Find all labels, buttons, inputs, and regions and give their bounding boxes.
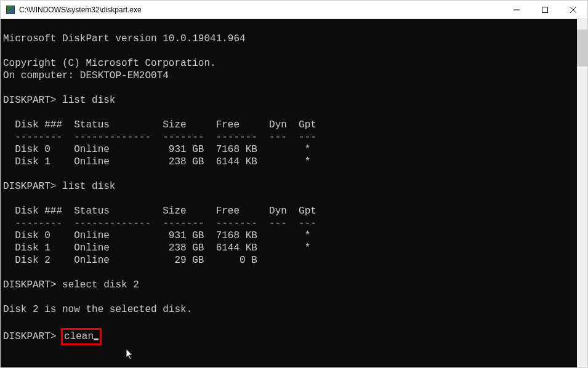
table-divider: -------- ------------- ------- ------- -… [3,217,574,230]
version-line: Microsoft DiskPart version 10.0.19041.96… [3,33,574,45]
table-divider: -------- ------------- ------- ------- -… [3,131,574,143]
highlighted-command: clean [61,328,102,345]
prompt-line: DISKPART> list disk [3,94,574,106]
computer-line: On computer: DESKTOP-EM2O0T4 [3,70,574,82]
app-window: C:\WINDOWS\system32\diskpart.exe Microso… [0,0,588,368]
table-row: Disk 2 Online 29 GB 0 B [3,254,574,266]
table-row: Disk 0 Online 931 GB 7168 KB * [3,143,574,156]
scrollbar-thumb[interactable] [577,30,587,66]
table-row: Disk 1 Online 238 GB 6144 KB * [3,156,574,168]
window-title: C:\WINDOWS\system32\diskpart.exe [19,6,502,14]
svg-rect-1 [542,7,548,12]
prompt-line-current[interactable]: DISKPART> clean [3,328,574,345]
prompt-line: DISKPART> select disk 2 [3,279,574,291]
copyright-line: Copyright (C) Microsoft Corporation. [3,57,574,70]
maximize-button[interactable] [531,1,559,19]
terminal-output[interactable]: Microsoft DiskPart version 10.0.19041.96… [1,19,577,367]
table-header: Disk ### Status Size Free Dyn Gpt [3,119,574,131]
select-result: Disk 2 is now the selected disk. [3,303,574,316]
table-row: Disk 1 Online 238 GB 6144 KB * [3,242,574,254]
table-row: Disk 0 Online 931 GB 7168 KB * [3,230,574,242]
app-icon [6,5,15,15]
vertical-scrollbar[interactable] [577,19,587,367]
titlebar[interactable]: C:\WINDOWS\system32\diskpart.exe [1,1,587,19]
minimize-button[interactable] [502,1,531,19]
table-header: Disk ### Status Size Free Dyn Gpt [3,205,574,217]
close-button[interactable] [559,1,587,19]
terminal-area: Microsoft DiskPart version 10.0.19041.96… [1,19,587,367]
window-controls [502,1,587,19]
prompt-line: DISKPART> list disk [3,180,574,193]
text-cursor [94,338,99,340]
